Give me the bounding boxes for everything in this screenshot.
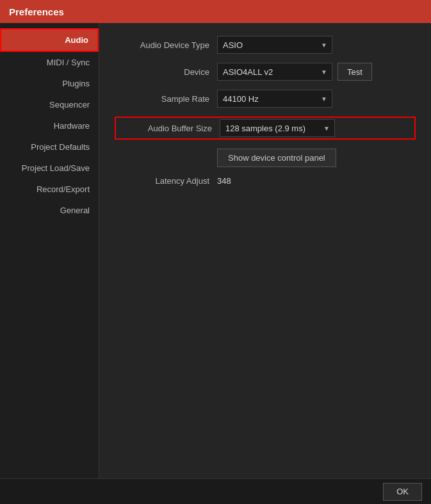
latency-adjust-label: Latency Adjust <box>115 176 217 186</box>
sample-rate-row: Sample Rate 44100 Hz 48000 Hz 96000 Hz <box>115 90 416 108</box>
device-row: Device ASIO4ALL v2 Test <box>115 63 416 81</box>
sidebar-item-hardware[interactable]: Hardware <box>0 115 99 136</box>
test-button[interactable]: Test <box>337 63 372 81</box>
show-device-control-panel-button[interactable]: Show device control panel <box>217 149 336 167</box>
device-label: Device <box>115 67 217 77</box>
sidebar-item-midi-sync[interactable]: MIDI / Sync <box>0 52 99 73</box>
audio-buffer-size-select[interactable]: 128 samples (2.9 ms) 256 samples (5.8 ms… <box>220 119 335 137</box>
main-layout: Audio MIDI / Sync Plugins Sequencer Hard… <box>0 23 431 478</box>
sidebar-item-plugins[interactable]: Plugins <box>0 73 99 94</box>
audio-device-type-select[interactable]: ASIO DirectSound WASAPI <box>217 36 332 54</box>
sample-rate-label: Sample Rate <box>115 94 217 104</box>
sidebar-item-record-export[interactable]: Record/Export <box>0 179 99 200</box>
sidebar-item-general[interactable]: General <box>0 200 99 221</box>
sidebar-item-audio[interactable]: Audio <box>0 28 99 52</box>
audio-buffer-size-label: Audio Buffer Size <box>117 124 220 133</box>
sample-rate-select[interactable]: 44100 Hz 48000 Hz 96000 Hz <box>217 90 332 108</box>
bottom-bar: OK <box>0 478 431 504</box>
audio-buffer-size-select-wrapper: 128 samples (2.9 ms) 256 samples (5.8 ms… <box>220 119 335 137</box>
device-select[interactable]: ASIO4ALL v2 <box>217 63 332 81</box>
sidebar-item-project-load-save[interactable]: Project Load/Save <box>0 158 99 179</box>
latency-adjust-row: Latency Adjust 348 <box>115 176 416 186</box>
latency-adjust-value: 348 <box>217 176 231 186</box>
sidebar: Audio MIDI / Sync Plugins Sequencer Hard… <box>0 23 99 478</box>
device-select-wrapper: ASIO4ALL v2 <box>217 63 332 81</box>
sample-rate-select-wrapper: 44100 Hz 48000 Hz 96000 Hz <box>217 90 332 108</box>
ok-button[interactable]: OK <box>383 483 422 501</box>
title-bar: Preferences <box>0 0 431 23</box>
app-title: Preferences <box>9 6 64 17</box>
audio-device-type-select-wrapper: ASIO DirectSound WASAPI <box>217 36 332 54</box>
content-area: Audio Device Type ASIO DirectSound WASAP… <box>99 23 431 478</box>
audio-device-type-row: Audio Device Type ASIO DirectSound WASAP… <box>115 36 416 54</box>
sidebar-item-project-defaults[interactable]: Project Defaults <box>0 136 99 158</box>
sidebar-item-sequencer[interactable]: Sequencer <box>0 94 99 115</box>
audio-buffer-size-row: Audio Buffer Size 128 samples (2.9 ms) 2… <box>115 117 416 140</box>
audio-device-type-label: Audio Device Type <box>115 40 217 50</box>
